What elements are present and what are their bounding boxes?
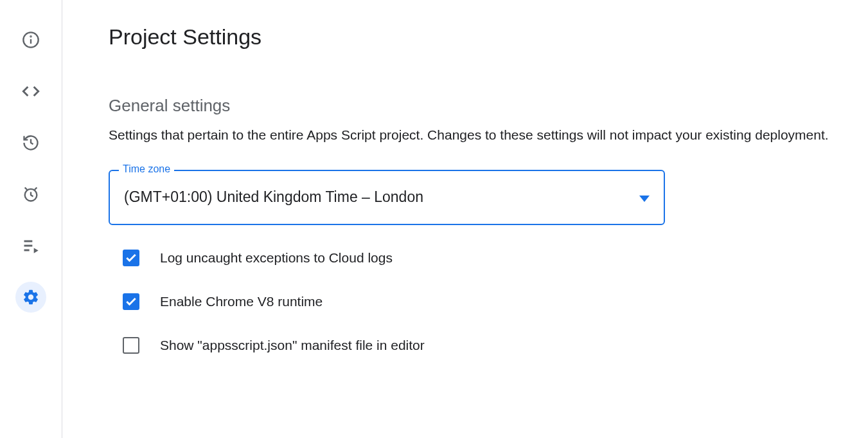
sidebar-item-overview[interactable]: [15, 24, 46, 55]
info-icon: [22, 31, 40, 49]
svg-marker-10: [639, 196, 650, 202]
checkbox-row-log-exceptions: Log uncaught exceptions to Cloud logs: [109, 250, 865, 266]
svg-marker-9: [34, 248, 39, 253]
page-title: Project Settings: [109, 24, 865, 50]
sidebar-item-settings[interactable]: [15, 282, 46, 313]
executions-icon: [22, 237, 40, 255]
timezone-value: (GMT+01:00) United Kingdom Time – London: [124, 188, 423, 206]
history-icon: [22, 134, 40, 152]
code-icon: [22, 82, 40, 100]
checkbox-label: Show "appsscript.json" manifest file in …: [160, 338, 425, 353]
checkbox-row-manifest: Show "appsscript.json" manifest file in …: [109, 337, 865, 354]
sidebar-item-history[interactable]: [15, 127, 46, 158]
timezone-select-wrapper: Time zone (GMT+01:00) United Kingdom Tim…: [109, 170, 665, 225]
gear-icon: [22, 288, 40, 306]
checkbox-v8-runtime[interactable]: [123, 293, 139, 310]
alarm-icon: [22, 185, 40, 203]
svg-line-4: [25, 188, 28, 190]
dropdown-arrow-icon: [639, 188, 650, 206]
general-settings-description: Settings that pertain to the entire Apps…: [109, 125, 835, 145]
checkbox-label: Enable Chrome V8 runtime: [160, 294, 323, 309]
timezone-select[interactable]: (GMT+01:00) United Kingdom Time – London: [109, 170, 665, 225]
sidebar: [0, 0, 62, 438]
general-settings-heading: General settings: [109, 96, 865, 116]
checkbox-row-v8-runtime: Enable Chrome V8 runtime: [109, 293, 865, 310]
timezone-label: Time zone: [119, 163, 174, 175]
checkbox-manifest[interactable]: [123, 337, 139, 354]
sidebar-item-triggers[interactable]: [15, 179, 46, 210]
check-icon: [125, 295, 137, 308]
main-content: Project Settings General settings Settin…: [62, 0, 865, 438]
svg-point-2: [30, 36, 31, 37]
checkbox-log-exceptions[interactable]: [123, 250, 139, 266]
check-icon: [125, 251, 137, 264]
svg-line-5: [35, 188, 37, 190]
sidebar-item-executions[interactable]: [15, 230, 46, 261]
checkbox-label: Log uncaught exceptions to Cloud logs: [160, 250, 393, 266]
sidebar-item-editor[interactable]: [15, 76, 46, 107]
